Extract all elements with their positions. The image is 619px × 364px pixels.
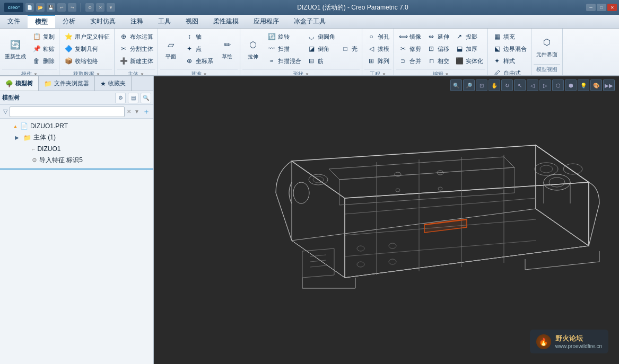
- thicken-button[interactable]: ⬓ 加厚: [452, 43, 485, 55]
- search-clear-button[interactable]: ✕: [126, 109, 132, 114]
- shell-button[interactable]: □ 壳: [338, 43, 360, 55]
- component-interface-button[interactable]: ⬡ 元件界面: [534, 33, 560, 60]
- tree-item-dizuo1prt[interactable]: ▲ 📄 DIZUO1.PRT: [0, 121, 153, 131]
- vp-appearance-button[interactable]: 🎨: [590, 79, 602, 91]
- tree-search-button[interactable]: 🔍: [141, 93, 151, 103]
- vp-pan-button[interactable]: ✋: [489, 79, 500, 91]
- more-icon[interactable]: ▼: [107, 3, 115, 12]
- minimize-button[interactable]: ─: [586, 4, 596, 11]
- round-button[interactable]: ◡ 倒圆角: [304, 31, 337, 42]
- regenerate-icon: 🔄: [8, 37, 23, 52]
- tree-item-import[interactable]: ⚙ 导入特征 标识5: [0, 154, 153, 166]
- regenerate-button[interactable]: 🔄 重新生成: [2, 35, 29, 62]
- tab-favorites[interactable]: ★ 收藏夹: [95, 76, 132, 91]
- vp-light-button[interactable]: 💡: [578, 79, 589, 91]
- draft-button[interactable]: ◁ 拔模: [364, 43, 391, 55]
- chamfer-icon: ◪: [307, 44, 316, 54]
- merge-button[interactable]: ⊃ 合并: [396, 55, 423, 67]
- menu-analysis[interactable]: 分析: [55, 15, 83, 28]
- search-add-button[interactable]: ＋: [142, 107, 151, 117]
- menu-flexible[interactable]: 柔性建模: [206, 15, 246, 28]
- search-input[interactable]: [10, 106, 125, 117]
- left-panel: 🌳 模型树 📁 文件夹浏览器 ★ 收藏夹 模型树 ⚙ ▤ 🔍 ▽ ✕ ▼ ＋: [0, 76, 154, 364]
- intersect-button[interactable]: ⊓ 相交: [424, 55, 451, 67]
- plane-button[interactable]: ▱ 平面: [160, 35, 181, 62]
- sketch-button[interactable]: ✏ 草绘: [216, 35, 238, 62]
- sweep-button[interactable]: 〰 扫描: [265, 43, 303, 55]
- chamfer-button[interactable]: ◪ 倒角: [304, 43, 337, 55]
- vp-next-button[interactable]: ▷: [539, 79, 551, 91]
- project-button[interactable]: ↗ 投影: [452, 31, 485, 42]
- copy-geometry-button[interactable]: 🔷 复制几何: [62, 43, 112, 55]
- tree-columns-button[interactable]: ▤: [128, 93, 138, 103]
- trim-button[interactable]: ✂ 修剪: [396, 43, 423, 55]
- sweep-blend-button[interactable]: ≈ 扫描混合: [265, 55, 303, 67]
- project-icon: ↗: [455, 32, 464, 41]
- component-interface-icon: ⬡: [539, 35, 554, 50]
- style-button[interactable]: ✦ 样式: [490, 55, 529, 67]
- settings-icon[interactable]: ⚙: [85, 3, 94, 12]
- menu-apps[interactable]: 应用程序: [246, 15, 286, 28]
- menu-file[interactable]: 文件: [0, 15, 28, 28]
- vp-zoom-out-button[interactable]: 🔎: [463, 79, 475, 91]
- vp-rotate-button[interactable]: ↻: [501, 79, 513, 91]
- paste-button[interactable]: 📌 粘贴: [30, 43, 57, 55]
- new-body-button[interactable]: ➕ 新建主体: [117, 55, 155, 67]
- menu-tools[interactable]: 工具: [151, 15, 178, 28]
- freestyle-button[interactable]: 🖊 自由式: [490, 67, 529, 76]
- split-body-button[interactable]: ✂ 分割主体: [117, 43, 155, 55]
- boolean-button[interactable]: ⊕ 布尔运算: [117, 31, 155, 42]
- vp-select-button[interactable]: ↖: [514, 79, 526, 91]
- menu-view[interactable]: 视图: [178, 15, 206, 28]
- redo-icon[interactable]: ↪: [68, 3, 76, 12]
- shrinkwrap-button[interactable]: 📦 收缩包络: [62, 55, 112, 67]
- tree-expand-body[interactable]: ▶: [15, 135, 21, 140]
- ribbon-group-engineering: ○ 创孔 ◁ 拔模 ⊞ 阵列 工程 ▼: [362, 29, 394, 75]
- vp-zoom-fit-button[interactable]: ⊡: [476, 79, 487, 91]
- extrude-button[interactable]: ⬡ 拉伸: [242, 35, 264, 62]
- pattern-button[interactable]: ⊞ 阵列: [364, 55, 391, 67]
- open-icon[interactable]: 📂: [36, 3, 45, 12]
- extend-button[interactable]: ⇔ 延伸: [424, 31, 451, 42]
- vp-zoom-in-button[interactable]: 🔍: [450, 79, 462, 91]
- user-feature-button[interactable]: ⭐ 用户定义特征: [62, 31, 112, 42]
- coord-button[interactable]: ⊕ 坐标系: [182, 55, 215, 67]
- mirror-button[interactable]: ⟺ 镜像: [396, 31, 423, 42]
- solidify-button[interactable]: ⬛ 实体化: [452, 55, 485, 67]
- undo-icon[interactable]: ↩: [57, 3, 66, 12]
- close-button[interactable]: ✕: [607, 4, 617, 11]
- vp-more-button[interactable]: ▶▶: [603, 79, 615, 91]
- ribbon-group-edit: ⟺ 镜像 ✂ 修剪 ⊃ 合并 ⇔ 延伸 ⊡ 偏移: [394, 29, 488, 75]
- axis-button[interactable]: ↕ 轴: [182, 31, 215, 42]
- copy-button[interactable]: 📋 复制: [30, 31, 57, 42]
- menu-model[interactable]: 模型: [28, 15, 55, 28]
- tree-item-body[interactable]: ▶ 📁 主体 (1): [0, 131, 153, 144]
- point-button[interactable]: ✦ 点: [182, 43, 215, 55]
- offset-button[interactable]: ⊡ 偏移: [424, 43, 451, 55]
- viewport[interactable]: 🔍 🔎 ⊡ ✋ ↻ ↖ ◁ ▷ ⬡ ⬢ 💡 🎨 ▶▶: [154, 76, 619, 364]
- close-tab-icon[interactable]: ✕: [96, 3, 104, 12]
- tree-settings-button[interactable]: ⚙: [115, 93, 126, 103]
- tab-file-browser[interactable]: 📁 文件夹浏览器: [39, 76, 95, 91]
- fill-button[interactable]: ▦ 填充: [490, 31, 529, 42]
- new-file-icon[interactable]: 📄: [25, 3, 34, 12]
- search-dropdown-button[interactable]: ▼: [133, 109, 141, 114]
- vp-display-button[interactable]: ⬡: [552, 79, 564, 91]
- delete-button[interactable]: 🗑 删除: [30, 55, 57, 67]
- thicken-icon: ⬓: [455, 44, 464, 54]
- trim-icon: ✂: [398, 44, 408, 54]
- revolve-button[interactable]: 🔃 旋转: [265, 31, 303, 42]
- tab-model-tree[interactable]: 🌳 模型树: [0, 76, 39, 91]
- save-icon[interactable]: 💾: [47, 3, 55, 12]
- vp-perspective-button[interactable]: ⬢: [565, 79, 577, 91]
- menu-simulation[interactable]: 实时仿真: [83, 15, 123, 28]
- tree-item-dizuo1[interactable]: ⌐ DIZUO1: [0, 144, 153, 154]
- hole-button[interactable]: ○ 创孔: [364, 31, 391, 42]
- menu-annotation[interactable]: 注释: [123, 15, 151, 28]
- extend-icon: ⇔: [426, 32, 436, 41]
- menu-icebox[interactable]: 冰盒子工具: [286, 15, 333, 28]
- vp-prev-button[interactable]: ◁: [527, 79, 538, 91]
- boundary-blend-button[interactable]: ⬕ 边界混合: [490, 43, 529, 55]
- rib-button[interactable]: ⊟ 筋: [304, 55, 337, 67]
- maximize-button[interactable]: □: [597, 4, 606, 11]
